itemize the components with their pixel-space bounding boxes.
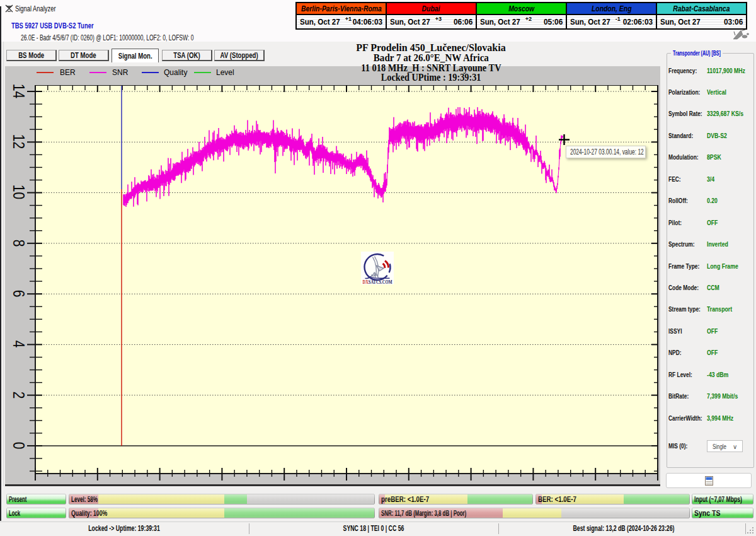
svg-text:DXSATCS.COM: DXSATCS.COM [363, 279, 392, 285]
